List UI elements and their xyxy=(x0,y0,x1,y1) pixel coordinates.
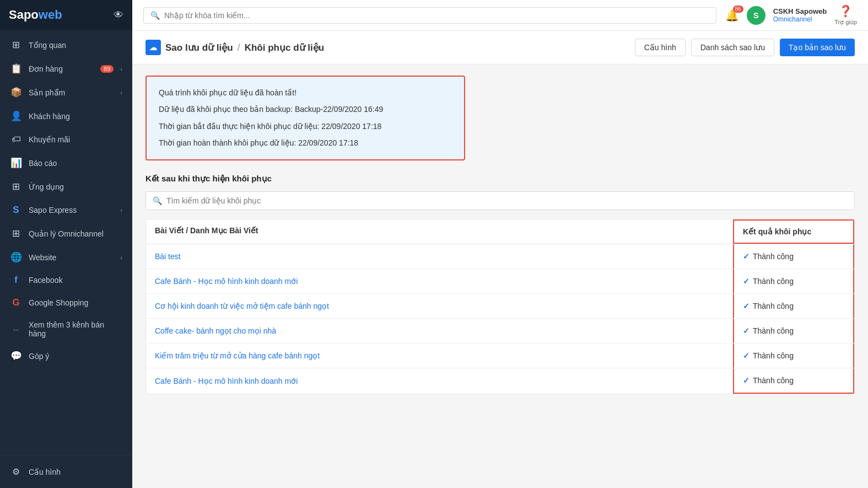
sidebar-item-label: Báo cáo xyxy=(29,159,122,168)
row-result: ✓ Thành công xyxy=(733,368,854,394)
more-icon: ··· xyxy=(10,325,22,334)
sidebar-item-label: Google Shopping xyxy=(29,298,122,307)
breadcrumb-parent: Sao lưu dữ liệu xyxy=(165,42,233,53)
website-icon: 🌐 xyxy=(10,251,22,263)
check-icon: ✓ xyxy=(743,302,750,310)
sidebar-item-label: Xem thêm 3 kênh bán hàng xyxy=(29,320,122,338)
report-icon: 📊 xyxy=(10,157,22,169)
row-name[interactable]: Kiếm trăm triệu từ mở cửa hàng cafe bánh… xyxy=(146,344,733,368)
sidebar-item-san-pham[interactable]: 📦 Sản phẩm › xyxy=(0,81,132,104)
user-role: Omnichannel xyxy=(773,15,827,23)
sidebar-item-label: Tổng quan xyxy=(29,41,122,50)
global-search[interactable]: 🔍 xyxy=(143,7,716,24)
sidebar-item-website[interactable]: 🌐 Website › xyxy=(0,245,132,269)
sidebar-item-don-hang[interactable]: 📋 Đơn hàng 89 › xyxy=(0,57,132,81)
breadcrumb-current: Khôi phục dữ liệu xyxy=(245,42,324,53)
restore-info-box: Quá trình khôi phục dữ liệu đã hoàn tất!… xyxy=(145,76,465,160)
header-right: 🔔 86 S CSKH Sapoweb Omnichannel ❓ Trợ gi… xyxy=(725,4,857,26)
sidebar-item-label: Sapo Express xyxy=(29,206,114,214)
section-title: Kết sau khi thực hiện khôi phục xyxy=(145,174,855,184)
sidebar-item-label: Đơn hàng xyxy=(29,65,94,73)
sidebar-item-label: Website xyxy=(29,253,114,262)
sidebar-item-label: Facebook xyxy=(29,276,122,285)
table-row: Cơ hội kinh doanh từ việc mở tiệm cafe b… xyxy=(146,294,854,319)
info-line-3: Thời gian bắt đầu thực hiện khôi phục dữ… xyxy=(159,120,452,132)
notification-button[interactable]: 🔔 86 xyxy=(725,9,739,22)
backup-icon: ☁ xyxy=(145,40,161,55)
chevron-right-icon: › xyxy=(120,89,122,96)
check-icon: ✓ xyxy=(743,277,750,286)
sidebar-item-ung-dung[interactable]: ⊞ Ứng dụng xyxy=(0,175,132,199)
sidebar-item-label: Góp ý xyxy=(29,352,122,361)
breadcrumb-separator: / xyxy=(238,42,240,53)
result-label: Thành công xyxy=(753,376,794,385)
sidebar-item-bao-cao[interactable]: 📊 Báo cáo xyxy=(0,151,132,175)
result-label: Thành công xyxy=(753,277,794,286)
config-button[interactable]: Cấu hình xyxy=(635,39,686,56)
result-label: Thành công xyxy=(753,252,794,261)
user-name: CSKH Sapoweb xyxy=(773,7,827,15)
table-row: Kiếm trăm triệu từ mở cửa hàng cafe bánh… xyxy=(146,344,854,368)
notification-badge: 86 xyxy=(733,6,743,13)
sidebar-item-quan-ly-omni[interactable]: ⊞ Quản lý Omnichannel xyxy=(0,222,132,245)
omni-icon: ⊞ xyxy=(10,228,22,239)
row-name[interactable]: Cafe Bánh - Học mô hình kinh doanh mới xyxy=(146,369,733,393)
sidebar-item-cau-hinh[interactable]: ⚙ Cấu hình xyxy=(10,462,122,481)
help-button[interactable]: ❓ Trợ giúp xyxy=(834,4,857,26)
eye-icon[interactable]: 👁 xyxy=(114,9,123,21)
sidebar-item-gop-y[interactable]: 💬 Góp ý xyxy=(0,344,132,368)
search-input[interactable] xyxy=(164,11,709,20)
order-icon: 📋 xyxy=(10,63,22,74)
sidebar-item-label: Sản phẩm xyxy=(29,88,114,97)
sidebar-item-khuyen-mai[interactable]: 🏷 Khuyến mãi xyxy=(0,128,132,151)
avatar: S xyxy=(747,6,765,25)
row-result: ✓ Thành công xyxy=(733,269,854,293)
table-row: Cafe Bánh - Học mô hình kinh doanh mới ✓… xyxy=(146,368,854,394)
logo-text: Sapo web xyxy=(9,8,62,22)
result-label: Thành công xyxy=(753,326,794,335)
row-name[interactable]: Cafe Bánh - Học mô hình kinh doanh mới xyxy=(146,269,733,293)
create-backup-button[interactable]: Tạo bản sao lưu xyxy=(780,39,855,56)
backup-list-button[interactable]: Danh sách sao lưu xyxy=(691,39,774,56)
config-icon: ⚙ xyxy=(10,466,22,477)
info-line-2: Dữ liệu đã khôi phục theo bản backup: Ba… xyxy=(159,103,452,115)
row-name[interactable]: Coffe cake- bánh ngọt cho mọi nhà xyxy=(146,319,733,343)
restore-search-input[interactable] xyxy=(166,196,848,205)
page-actions: Cấu hình Danh sách sao lưu Tạo bản sao l… xyxy=(635,39,855,56)
sidebar-item-xem-them[interactable]: ··· Xem thêm 3 kênh bán hàng xyxy=(0,314,132,344)
info-line-4: Thời gian hoàn thành khôi phục dữ liệu: … xyxy=(159,137,452,149)
customer-icon: 👤 xyxy=(10,110,22,122)
top-header: 🔍 🔔 86 S CSKH Sapoweb Omnichannel ❓ Trợ … xyxy=(132,0,868,31)
search-icon: 🔍 xyxy=(150,11,160,20)
col-header-result: Kết quả khôi phục xyxy=(733,219,854,244)
chevron-right-icon: › xyxy=(120,207,122,213)
facebook-icon: f xyxy=(10,275,22,285)
check-icon: ✓ xyxy=(743,252,750,261)
sidebar-item-label: Ứng dụng xyxy=(29,183,122,191)
help-icon: ❓ xyxy=(839,4,853,18)
result-label: Thành công xyxy=(753,351,794,360)
row-name[interactable]: Cơ hội kinh doanh từ việc mở tiệm cafe b… xyxy=(146,294,733,318)
sidebar-bottom: ⚙ Cấu hình xyxy=(0,455,132,488)
sidebar-item-google-shopping[interactable]: G Google Shopping xyxy=(0,291,132,314)
sidebar-item-tong-quan[interactable]: ⊞ Tổng quan xyxy=(0,33,132,57)
home-icon: ⊞ xyxy=(10,39,22,51)
search-icon: 🔍 xyxy=(153,196,162,205)
check-icon: ✓ xyxy=(743,326,750,335)
table-row: Cafe Bánh - Học mô hình kinh doanh mới ✓… xyxy=(146,269,854,294)
sidebar-item-khach-hang[interactable]: 👤 Khách hàng xyxy=(0,104,132,128)
page-content: ☁ Sao lưu dữ liệu / Khôi phục dữ liệu Cấ… xyxy=(132,31,868,488)
info-line-1: Quá trình khôi phục dữ liệu đã hoàn tất! xyxy=(159,87,452,99)
logo: Sapo web 👁 xyxy=(0,0,132,30)
row-name[interactable]: Bài test xyxy=(146,244,733,269)
sidebar-nav: ⊞ Tổng quan 📋 Đơn hàng 89 › 📦 Sản phẩm ›… xyxy=(0,30,132,455)
product-icon: 📦 xyxy=(10,87,22,98)
sidebar-item-facebook[interactable]: f Facebook xyxy=(0,269,132,291)
sidebar-item-sapo-express[interactable]: S Sapo Express › xyxy=(0,199,132,222)
row-result: ✓ Thành công xyxy=(733,344,854,368)
sidebar-item-label: Khuyến mãi xyxy=(29,135,122,144)
feedback-icon: 💬 xyxy=(10,350,22,362)
row-result: ✓ Thành công xyxy=(733,244,854,269)
config-label: Cấu hình xyxy=(29,468,61,476)
restore-search-bar[interactable]: 🔍 xyxy=(145,191,855,210)
